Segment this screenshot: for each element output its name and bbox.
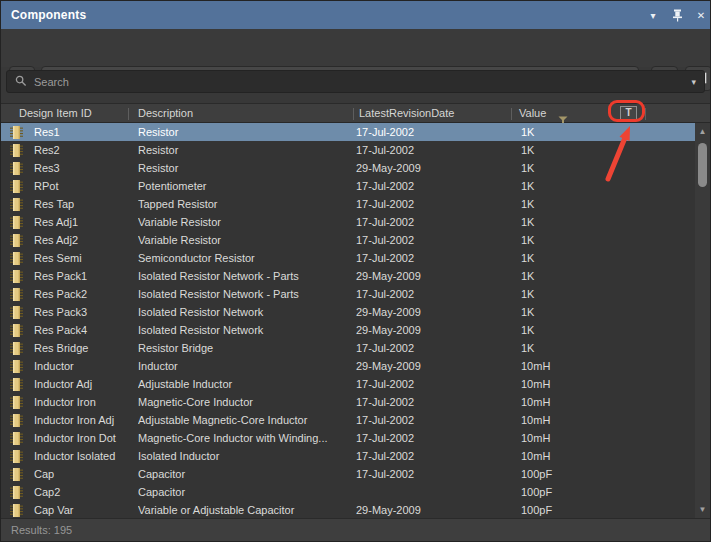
panel-titlebar: Components ▾ ✕ (1, 1, 710, 29)
cell-revision-date: 17-Jul-2002 (356, 177, 506, 195)
cell-description: Variable Resistor (138, 213, 350, 231)
cell-revision-date: 17-Jul-2002 (356, 213, 506, 231)
search-box[interactable]: ▾ (6, 70, 705, 93)
cell-description: Magnetic-Core Inductor (138, 393, 350, 411)
cell-design-item-id: Res Adj2 (34, 231, 134, 249)
cell-description: Resistor (138, 123, 350, 141)
cell-revision-date: 17-Jul-2002 (356, 375, 506, 393)
table-row[interactable]: Res Adj1 Variable Resistor 17-Jul-2002 1… (1, 213, 697, 231)
cell-description: Resistor (138, 159, 350, 177)
cell-description: Isolated Inductor (138, 447, 350, 465)
cell-value: 1K (521, 195, 611, 213)
cell-design-item-id: Res Pack1 (34, 267, 134, 285)
panel-dropdown-icon[interactable]: ▾ (646, 8, 660, 22)
cell-value: 10mH (521, 447, 611, 465)
table-row[interactable]: Res Pack4 Isolated Resistor Network 29-M… (1, 321, 697, 339)
cell-value: 1K (521, 159, 611, 177)
table-row[interactable]: RPot Potentiometer 17-Jul-2002 1K (1, 177, 697, 195)
cell-description: Tapped Resistor (138, 195, 350, 213)
cell-revision-date: 29-May-2009 (356, 267, 506, 285)
table-row[interactable]: Cap2 Capacitor 100pF (1, 483, 697, 501)
table-row[interactable]: Res Semi Semiconductor Resistor 17-Jul-2… (1, 249, 697, 267)
cell-description: Capacitor (138, 465, 350, 483)
cell-value: 1K (521, 141, 611, 159)
cell-description: Isolated Resistor Network - Parts (138, 285, 350, 303)
cell-revision-date: 17-Jul-2002 (356, 123, 506, 141)
cell-value: 1K (521, 213, 611, 231)
cell-design-item-id: Cap (34, 465, 134, 483)
search-input[interactable] (34, 76, 691, 88)
cell-design-item-id: Res Pack2 (34, 285, 134, 303)
cell-design-item-id: Res3 (34, 159, 134, 177)
vertical-scrollbar[interactable]: ▲ ▼ (695, 123, 710, 519)
cell-revision-date: 29-May-2009 (356, 357, 506, 375)
column-header-latest-revision-date[interactable]: LatestRevisionDate (359, 104, 454, 123)
close-icon[interactable]: ✕ (694, 8, 708, 22)
table-row[interactable]: Cap Var Variable or Adjustable Capacitor… (1, 501, 697, 519)
cell-revision-date: 29-May-2009 (356, 159, 506, 177)
cell-revision-date: 29-May-2009 (356, 321, 506, 339)
cell-revision-date (356, 483, 506, 501)
cell-design-item-id: RPot (34, 177, 134, 195)
column-chooser-button[interactable]: T (620, 106, 637, 120)
cell-value: 10mH (521, 429, 611, 447)
table-row[interactable]: Res Tap Tapped Resistor 17-Jul-2002 1K (1, 195, 697, 213)
cell-value: 100pF (521, 483, 611, 501)
cell-value: 1K (521, 285, 611, 303)
column-header-design-item-id[interactable]: Design Item ID (19, 104, 92, 123)
table-row[interactable]: Res Adj2 Variable Resistor 17-Jul-2002 1… (1, 231, 697, 249)
column-separator (511, 108, 512, 120)
results-count: Results: 195 (1, 524, 72, 536)
cell-revision-date: 17-Jul-2002 (356, 339, 506, 357)
table-row[interactable]: Inductor Iron Adj Adjustable Magnetic-Co… (1, 411, 697, 429)
scroll-up-icon[interactable]: ▲ (695, 125, 710, 139)
table-row[interactable]: Res2 Resistor 17-Jul-2002 1K (1, 141, 697, 159)
table-row[interactable]: Inductor Inductor 29-May-2009 10mH (1, 357, 697, 375)
table-row[interactable]: Res Pack3 Isolated Resistor Network 29-M… (1, 303, 697, 321)
cell-description: Adjustable Magnetic-Core Inductor (138, 411, 350, 429)
table-row[interactable]: Res Bridge Resistor Bridge 17-Jul-2002 1… (1, 339, 697, 357)
cell-value: 100pF (521, 465, 611, 483)
cell-revision-date: 17-Jul-2002 (356, 285, 506, 303)
table-row[interactable]: Inductor Isolated Isolated Inductor 17-J… (1, 447, 697, 465)
table-row[interactable]: Inductor Adj Adjustable Inductor 17-Jul-… (1, 375, 697, 393)
cell-value: 10mH (521, 357, 611, 375)
search-dropdown-icon[interactable]: ▾ (691, 77, 696, 87)
cell-value: 10mH (521, 411, 611, 429)
cell-value: 1K (521, 267, 611, 285)
table-row[interactable]: Res Pack1 Isolated Resistor Network - Pa… (1, 267, 697, 285)
cell-description: Potentiometer (138, 177, 350, 195)
column-separator (128, 108, 129, 120)
table-row[interactable]: Res1 Resistor 17-Jul-2002 1K (1, 123, 697, 141)
table-row[interactable]: Cap Capacitor 17-Jul-2002 100pF (1, 465, 697, 483)
column-separator (353, 108, 354, 120)
scroll-down-icon[interactable]: ▼ (695, 503, 710, 517)
cell-revision-date: 17-Jul-2002 (356, 195, 506, 213)
cell-value: 10mH (521, 375, 611, 393)
pin-icon[interactable] (670, 8, 684, 22)
scrollbar-thumb[interactable] (698, 143, 707, 187)
cell-design-item-id: Res Pack3 (34, 303, 134, 321)
table-row[interactable]: Inductor Iron Magnetic-Core Inductor 17-… (1, 393, 697, 411)
column-header-description[interactable]: Description (138, 104, 193, 123)
cell-design-item-id: Res Bridge (34, 339, 134, 357)
cell-revision-date: 17-Jul-2002 (356, 231, 506, 249)
cell-design-item-id: Inductor Isolated (34, 447, 134, 465)
table-row[interactable]: Inductor Iron Dot Magnetic-Core Inductor… (1, 429, 697, 447)
cell-design-item-id: Cap Var (34, 501, 134, 519)
table-header: Design Item ID Description LatestRevisio… (1, 103, 710, 123)
cell-value: 10mH (521, 393, 611, 411)
cell-revision-date: 17-Jul-2002 (356, 429, 506, 447)
cell-design-item-id: Inductor Iron Dot (34, 429, 134, 447)
cell-design-item-id: Cap2 (34, 483, 134, 501)
cell-value: 1K (521, 123, 611, 141)
table-row[interactable]: Res Pack2 Isolated Resistor Network - Pa… (1, 285, 697, 303)
cell-revision-date: 17-Jul-2002 (356, 141, 506, 159)
cell-description: Isolated Resistor Network - Parts (138, 267, 350, 285)
cell-value: 1K (521, 249, 611, 267)
cell-design-item-id: Res Semi (34, 249, 134, 267)
cell-revision-date: 29-May-2009 (356, 303, 506, 321)
column-header-value[interactable]: Value (519, 104, 546, 123)
table-row[interactable]: Res3 Resistor 29-May-2009 1K (1, 159, 697, 177)
cell-description: Variable or Adjustable Capacitor (138, 501, 350, 519)
